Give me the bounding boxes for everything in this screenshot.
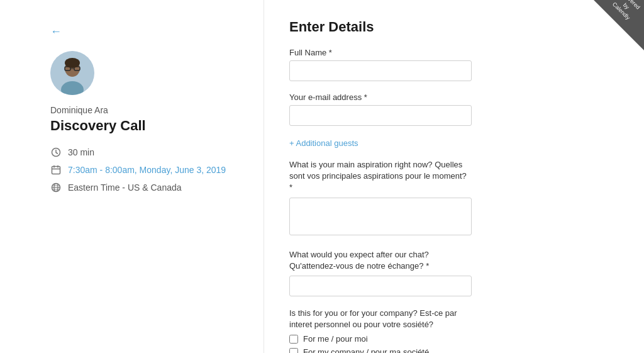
time-slot-item: 7:30am - 8:00am, Monday, June 3, 2019 bbox=[50, 164, 238, 176]
svg-point-5 bbox=[65, 58, 80, 68]
checkbox-group: For me / pour moi For my company / pour … bbox=[289, 334, 619, 353]
question3-label: Is this for you or for your company? Est… bbox=[289, 308, 472, 330]
email-label: Your e-mail address * bbox=[289, 92, 619, 102]
clock-icon bbox=[50, 147, 62, 158]
globe-icon bbox=[50, 182, 62, 193]
additional-guests-link[interactable]: + Additional guests bbox=[289, 138, 358, 148]
question3-group: Is this for you or for your company? Est… bbox=[289, 308, 619, 353]
duration-item: 30 min bbox=[50, 147, 238, 158]
svg-rect-8 bbox=[52, 167, 60, 174]
host-name: Dominique Ara bbox=[50, 105, 238, 115]
question2-input[interactable] bbox=[289, 276, 472, 296]
checkbox-company-label: For my company / pour ma société bbox=[303, 347, 429, 353]
checkbox-item-company[interactable]: For my company / pour ma société bbox=[289, 347, 619, 353]
back-button[interactable]: ← bbox=[50, 25, 62, 38]
timezone-item: Eastern Time - US & Canada bbox=[50, 182, 238, 193]
duration-text: 30 min bbox=[68, 147, 94, 157]
email-input[interactable] bbox=[289, 105, 472, 126]
checkbox-item-me[interactable]: For me / pour moi bbox=[289, 334, 619, 344]
question2-group: What would you expect after our chat? Qu… bbox=[289, 249, 619, 296]
calendar-icon bbox=[50, 164, 62, 176]
question1-input[interactable] bbox=[289, 198, 472, 235]
question2-label: What would you expect after our chat? Qu… bbox=[289, 249, 472, 272]
checkbox-me-label: For me / pour moi bbox=[303, 334, 368, 344]
full-name-label: Full Name * bbox=[289, 48, 619, 57]
checkbox-me[interactable] bbox=[289, 335, 298, 344]
time-slot-text: 7:30am - 8:00am, Monday, June 3, 2019 bbox=[68, 165, 226, 175]
event-title: Discovery Call bbox=[50, 118, 238, 134]
timezone-text: Eastern Time - US & Canada bbox=[68, 182, 182, 193]
question1-group: What is your main aspiration right now? … bbox=[289, 159, 619, 238]
left-panel: ← Dominique Ara Discovery Call 30 min bbox=[0, 0, 264, 353]
checkbox-company[interactable] bbox=[289, 348, 298, 353]
full-name-group: Full Name * bbox=[289, 48, 619, 81]
right-panel: Enter Details Full Name * Your e-mail ad… bbox=[264, 0, 644, 353]
full-name-input[interactable] bbox=[289, 60, 472, 81]
email-group: Your e-mail address * bbox=[289, 92, 619, 126]
avatar bbox=[50, 51, 94, 95]
section-title: Enter Details bbox=[289, 19, 619, 35]
question1-label: What is your main aspiration right now? … bbox=[289, 159, 472, 194]
